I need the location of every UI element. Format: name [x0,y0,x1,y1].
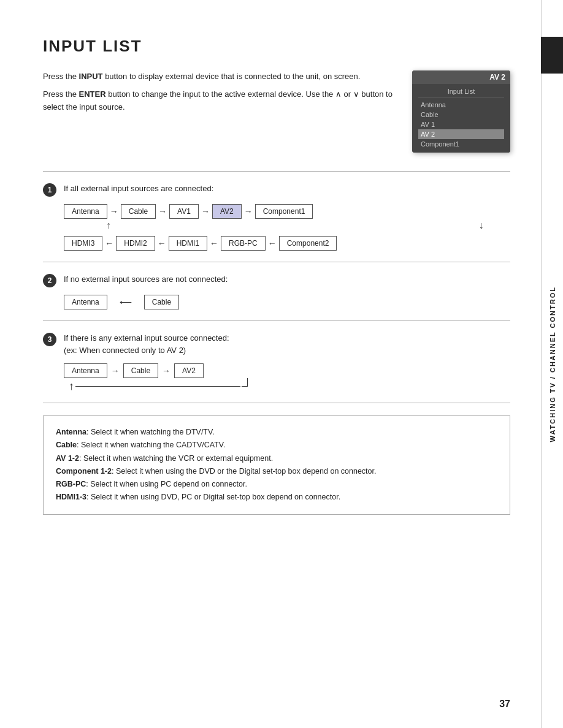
page-title: INPUT LIST [43,37,510,56]
diagram-1-row2: HDMI3 ← HDMI2 ← HDMI1 ← RGB-PC ← Compone… [64,236,510,251]
enter-keyword: ENTER [79,89,106,99]
section-2: 2 If no external input sources are not c… [43,273,510,309]
info-line-hdmi: HDMI1-3: Select it when using DVD, PC or… [56,491,497,504]
info-bold-antenna: Antenna [56,428,86,436]
side-tab-label: WATCHING TV / CHANNEL CONTROL [549,286,556,442]
flow-box-av2-3: AV2 [174,363,204,378]
section-3-line2: (ex: When connected only to AV 2) [64,346,186,355]
flow-box-cable-3: Cable [123,363,158,378]
arrow-d3-1: → [111,366,120,376]
flow-box-antenna: Antenna [64,204,107,219]
arrow-left-3: ← [210,238,218,248]
loop-corner-right [242,378,248,387]
intro-section: Press the INPUT button to display extern… [43,70,510,153]
info-line-rgb: RGB-PC: Select it when using PC depend o… [56,478,497,491]
flow-box-av2: AV2 [212,204,242,219]
section-1-header: 1 If all external input sources are conn… [43,183,510,197]
arrow-left-1: ← [105,238,113,248]
up-arrow: ↑ [102,219,115,231]
main-content: INPUT LIST Press the INPUT button to dis… [0,0,541,728]
divider-4 [43,403,510,403]
flow-box-av1: AV1 [169,204,199,219]
page-number: 37 [499,699,510,710]
up-arrow-loop: ↑ [69,381,74,392]
arrow-4: → [244,207,253,216]
tv-menu-item-component1: Component1 [418,139,504,149]
info-bold-rgb: RGB-PC [56,480,86,488]
section-1-text: If all external input sources are connec… [64,183,213,195]
loop-arrow: ↑ [64,378,248,392]
diagram-3: Antenna → Cable → AV2 ↑ [64,363,510,392]
flow-box-hdmi2: HDMI2 [116,236,155,251]
tv-menu-item-cable: Cable [418,110,504,119]
flow-box-component1: Component1 [255,204,313,219]
loop-line [75,386,240,387]
tv-mockup-container: AV 2 Input List Antenna Cable AV 1 AV 2 … [412,70,510,153]
badge-1: 1 [43,183,56,197]
info-bold-av: AV 1-2 [56,454,79,463]
info-bold-component: Component 1-2 [56,467,112,476]
arrow-3: → [201,207,210,216]
info-line-av: AV 1-2: Select it when watching the VCR … [56,452,497,465]
arrow-left-2: ← [158,238,166,248]
arrow-2: → [158,207,167,216]
flow-box-antenna-2: Antenna [64,295,107,309]
info-line-component: Component 1-2: Select it when using the … [56,465,497,478]
info-bold-cable: Cable [56,441,77,449]
section-2-header: 2 If no external input sources are not c… [43,273,510,287]
diagram-3-row: Antenna → Cable → AV2 [64,363,510,378]
section-3-header: 3 If there is any external input source … [43,332,510,356]
badge-3: 3 [43,333,56,346]
tv-menu-item-antenna: Antenna [418,100,504,110]
divider-1 [43,171,510,172]
info-line-antenna: Antenna: Select it when watching the DTV… [56,426,497,439]
tv-menu-title: Input List [418,88,504,97]
arrow-left-4: ← [268,238,277,248]
down-arrow: ↓ [458,219,510,231]
side-tab-black-bar [541,37,563,74]
section-3: 3 If there is any external input source … [43,332,510,392]
input-keyword: INPUT [79,72,103,81]
flow-box-rgb-pc: RGB-PC [221,236,266,251]
divider-3 [43,320,510,321]
tv-menu-item-av2: AV 2 [418,129,504,139]
arrow-1: → [110,207,118,216]
diagram-2: Antenna ⟵ Cable [64,295,510,309]
flow-box-hdmi3: HDMI3 [64,236,102,251]
tv-mockup: AV 2 Input List Antenna Cable AV 1 AV 2 … [412,70,510,153]
divider-2 [43,262,510,262]
intro-para1: Press the INPUT button to display extern… [43,70,394,83]
arrow-d3-2: → [162,366,170,376]
double-arrow: ⟵ [120,297,132,307]
flow-box-antenna-3: Antenna [64,363,107,378]
flow-box-cable: Cable [121,204,156,219]
tv-menu-item-av1: AV 1 [418,119,504,129]
page-container: INPUT LIST Press the INPUT button to dis… [0,0,563,728]
diagram-2-row: Antenna ⟵ Cable [64,295,510,309]
side-tab: WATCHING TV / CHANNEL CONTROL [541,0,563,728]
flow-box-cable-2: Cable [144,295,179,309]
info-box: Antenna: Select it when watching the DTV… [43,415,510,515]
diagram-1-verticals: ↑ ↓ [64,219,510,236]
flow-box-component2: Component2 [279,236,337,251]
intro-text: Press the INPUT button to display extern… [43,70,394,153]
badge-2: 2 [43,274,56,287]
flow-box-hdmi1: HDMI1 [169,236,207,251]
diagram-1-row1: Antenna → Cable → AV1 → AV2 → Component1 [64,204,510,219]
info-line-cable: Cable: Select it when watching the CADTV… [56,439,497,452]
section-3-line1: If there is any external input source co… [64,333,229,343]
section-1: 1 If all external input sources are conn… [43,183,510,251]
section-2-text: If no external input sources are not con… [64,273,228,286]
info-bold-hdmi: HDMI1-3 [56,493,86,501]
tv-menu: Input List Antenna Cable AV 1 AV 2 Compo… [412,84,510,153]
section-3-text: If there is any external input source co… [64,332,229,356]
tv-top-bar: AV 2 [412,70,510,84]
diagram-1: Antenna → Cable → AV1 → AV2 → Component1… [64,204,510,251]
intro-para2: Press the ENTER button to change the inp… [43,88,394,114]
